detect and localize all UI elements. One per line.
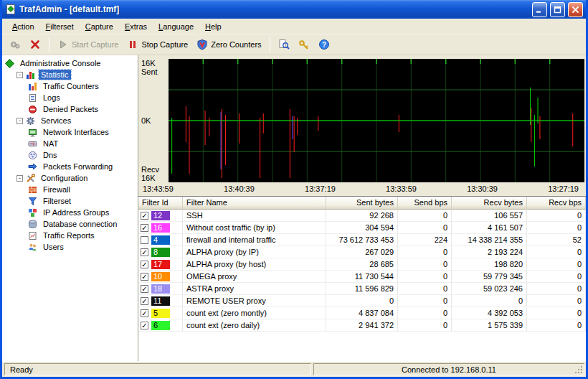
row-checkbox[interactable]: ✓: [141, 212, 148, 220]
table-row[interactable]: ✓17ALPHA proxy (by host)28 6850198 8200: [138, 258, 586, 271]
tree-item-statistic[interactable]: -Statistic: [2, 69, 138, 80]
row-checkbox[interactable]: ✓: [141, 261, 148, 268]
settings-button[interactable]: [6, 36, 24, 53]
menu-capture[interactable]: Capture: [80, 20, 119, 33]
filter-color-swatch: 8: [151, 248, 170, 257]
tree-item-network-interfaces[interactable]: Network Interfaces: [2, 126, 138, 138]
stop-capture-button[interactable]: Stop Capture: [123, 36, 191, 53]
tree-item-administrative-console[interactable]: Administrative Console: [2, 57, 138, 69]
filter-name-cell: SSH: [183, 210, 326, 222]
table-row[interactable]: ✓18ASTRA proxy11 596 829059 023 2460: [138, 283, 586, 295]
menu-help[interactable]: Help: [199, 20, 227, 33]
table-row[interactable]: ✓6count ext (zero daily)2 941 37201 575 …: [138, 319, 586, 332]
tree-item-label: Configuration: [39, 173, 90, 183]
filter-color-swatch: 17: [151, 260, 170, 269]
tree-item-label: Administrative Console: [18, 58, 103, 68]
table-row[interactable]: ✓11REMOTE USER proxy0000: [138, 295, 586, 307]
maximize-button[interactable]: [550, 2, 565, 17]
close-button[interactable]: [568, 2, 583, 17]
help-icon: ?: [318, 39, 330, 50]
filter-name-cell: Without cost traffic (by ip): [183, 222, 326, 234]
title-bar[interactable]: TrafAdmin - [default.tmf]: [2, 0, 586, 19]
tree-item-filterset[interactable]: Filterset: [2, 195, 138, 207]
filter-id-cell: ✓18: [138, 283, 183, 295]
column-header-recv-bytes[interactable]: Recv bytes: [452, 197, 527, 210]
table-row[interactable]: ✓16Without cost traffic (by ip)304 59404…: [138, 222, 586, 234]
table-body: ✓12SSH92 2680106 5570✓16Without cost tra…: [138, 210, 586, 332]
tree-item-denied-packets[interactable]: Denied Packets: [2, 103, 138, 115]
row-checkbox[interactable]: ✓: [141, 297, 148, 305]
row-checkbox[interactable]: ✓: [141, 248, 148, 256]
table-row[interactable]: ✓12SSH92 2680106 5570: [138, 210, 586, 222]
resize-grip[interactable]: [574, 365, 584, 375]
tree-item-logs[interactable]: Logs: [2, 92, 138, 103]
value-cell: 0: [527, 307, 586, 319]
value-cell: 0: [398, 246, 452, 258]
tree-item-packets-forwarding[interactable]: Packets Forwarding: [2, 161, 138, 172]
admin-console-icon: [5, 59, 15, 68]
row-checkbox[interactable]: ✓: [141, 322, 148, 329]
collapse-icon[interactable]: -: [16, 175, 23, 182]
find-button[interactable]: [275, 36, 293, 53]
tree-item-nat[interactable]: NAT: [2, 138, 138, 149]
delete-button[interactable]: [26, 36, 44, 53]
table-row[interactable]: ✓5count ext (zero montly)4 837 08404 392…: [138, 307, 586, 319]
tree-item-label: Traffic Reports: [41, 230, 97, 240]
value-cell: 0: [398, 319, 452, 332]
start-capture-button[interactable]: Start Capture: [54, 36, 122, 53]
column-header-recv-bps[interactable]: Recv bps: [527, 197, 586, 210]
column-header-sent-bytes[interactable]: Sent bytes: [326, 197, 398, 210]
row-checkbox[interactable]: ✓: [141, 285, 148, 293]
value-cell: 52: [527, 234, 586, 246]
tree-item-firewall[interactable]: Firewall: [2, 184, 138, 195]
minimize-button[interactable]: [532, 2, 547, 17]
help-button[interactable]: ?: [315, 36, 333, 53]
row-checkbox[interactable]: ✓: [141, 273, 148, 281]
tree-item-configuration[interactable]: -Configuration: [2, 172, 138, 184]
time-tick-label: 13:40:39: [224, 184, 255, 193]
axis-sent-label: Sent: [141, 67, 167, 76]
zero-counters-button[interactable]: Zero Counters: [193, 36, 265, 53]
menu-extras[interactable]: Extras: [119, 20, 153, 33]
filter-id-cell: ✓8: [138, 246, 183, 258]
table-row[interactable]: ✓8ALPHA proxy (by IP)267 02902 193 2240: [138, 246, 586, 258]
tree-item-ip-address-groups[interactable]: IP Address Groups: [2, 207, 138, 218]
column-header-send-bps[interactable]: Send bps: [398, 197, 452, 210]
value-cell: 0: [527, 283, 586, 295]
value-cell: 11 596 829: [326, 283, 398, 295]
value-cell: 2 941 372: [326, 319, 398, 332]
app-icon: [5, 4, 16, 15]
column-header-filter-name[interactable]: Filter Name: [183, 197, 326, 210]
table-row[interactable]: ✓10OMEGA proxy11 730 544059 779 3450: [138, 271, 586, 283]
menu-language[interactable]: Language: [153, 20, 199, 33]
collapse-icon[interactable]: -: [16, 72, 23, 78]
menu-action[interactable]: Action: [6, 20, 40, 33]
statistic-icon: [26, 70, 36, 80]
row-checkbox[interactable]: ✓: [141, 224, 148, 232]
value-cell: 28 685: [326, 258, 398, 271]
tree-item-traffic-reports[interactable]: Traffic Reports: [2, 230, 138, 241]
collapse-icon[interactable]: -: [16, 118, 23, 124]
filter-color-swatch: 18: [151, 284, 170, 294]
tree-item-dns[interactable]: Dns: [2, 149, 138, 161]
menu-filterset[interactable]: Filterset: [40, 20, 80, 33]
value-cell: 2 193 224: [452, 246, 527, 258]
tree-item-users[interactable]: Users: [2, 241, 138, 253]
tree-item-services[interactable]: -Services: [2, 115, 138, 126]
logs-icon: [28, 93, 38, 103]
column-header-filter-id[interactable]: Filter Id: [138, 197, 183, 210]
filter-color-swatch: 5: [151, 309, 170, 318]
filter-name-cell: count ext (zero daily): [183, 319, 326, 332]
tree-item-traffic-counters[interactable]: Traffic Counters: [2, 80, 138, 92]
table-row[interactable]: 4firewall and internal traffic73 612 733…: [138, 234, 586, 246]
filters-table: Filter IdFilter NameSent bytesSend bpsRe…: [138, 196, 586, 361]
traffic-counters-icon: [28, 82, 38, 91]
axis-zero-label: 0K: [141, 116, 167, 125]
filter-name-cell: ALPHA proxy (by host): [183, 258, 326, 271]
row-checkbox[interactable]: [141, 236, 148, 244]
row-checkbox[interactable]: ✓: [141, 309, 148, 317]
axis-top-value: 16K: [141, 59, 167, 67]
key-button[interactable]: [295, 36, 313, 53]
tree-item-database-connection[interactable]: Database connection: [2, 218, 138, 230]
packets-forwarding-icon: [28, 162, 38, 172]
